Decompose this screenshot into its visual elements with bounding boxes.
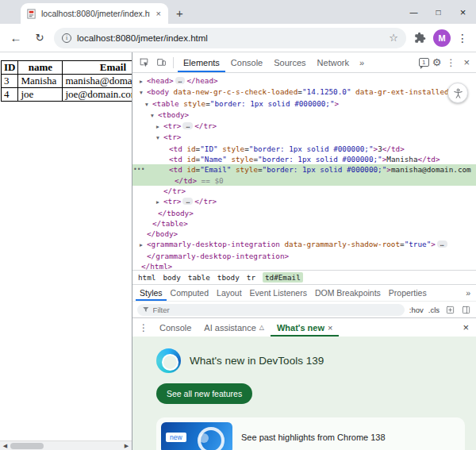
breadcrumb-item[interactable]: tbody	[217, 273, 240, 282]
url-text[interactable]: localhost:8080/jmeter/index.html	[77, 33, 383, 43]
minimize-button[interactable]: —	[401, 0, 426, 24]
dom-tree-line[interactable]: ▾<tbody>	[132, 110, 476, 121]
table-cell: 4	[2, 88, 18, 102]
new-tab-button[interactable]: +	[176, 6, 183, 20]
drawer-tab-console[interactable]: Console	[153, 318, 198, 337]
breadcrumb-item[interactable]: table	[188, 273, 210, 282]
expand-node-icon[interactable]: ▸	[156, 121, 163, 132]
styles-filter-input[interactable]	[153, 306, 400, 314]
dom-tree-line[interactable]: </tbody>	[132, 208, 476, 218]
element-classes-button[interactable]: .cls	[428, 306, 440, 314]
settings-gear-icon[interactable]: ⚙	[432, 56, 442, 68]
scroll-right-icon[interactable]: ▶	[121, 443, 132, 449]
maximize-button[interactable]: □	[426, 0, 451, 24]
dom-tree-lines: ▸<head>…</head>▾<body data-new-gr-c-s-ch…	[132, 75, 476, 270]
address-bar[interactable]: i localhost:8080/jmeter/index.html ☆	[54, 28, 406, 48]
scrollbar-thumb[interactable]	[10, 443, 44, 449]
dom-tree: ▸<head>…</head>▾<body data-new-gr-c-s-ch…	[132, 73, 476, 270]
devtools-tab-elements[interactable]: Elements	[178, 52, 225, 72]
styles-tab-event-listeners[interactable]: Event Listeners	[246, 285, 311, 301]
breadcrumb-item[interactable]: tr	[247, 273, 255, 282]
horizontal-scrollbar[interactable]: ◀ ▶	[0, 440, 132, 450]
dom-tree-line[interactable]: ▾<tr>	[132, 132, 476, 143]
issues-counter[interactable]: 1	[419, 58, 429, 67]
site-info-icon[interactable]: i	[62, 33, 71, 43]
collapse-node-icon[interactable]: ▾	[156, 133, 163, 143]
devtools-tab-console[interactable]: Console	[225, 52, 268, 72]
new-style-rule-icon[interactable]	[444, 304, 455, 315]
scroll-left-icon[interactable]: ◀	[0, 443, 10, 449]
dom-tree-line[interactable]: <td id="ID" style="border: 1px solid #00…	[132, 144, 476, 154]
toggle-element-state-button[interactable]: :hov	[409, 306, 424, 314]
more-sidebar-tabs-icon[interactable]: »	[463, 285, 473, 301]
expand-node-icon[interactable]: ▸	[156, 197, 163, 207]
breadcrumb-item[interactable]: td#Email	[263, 272, 303, 283]
node-more-actions-icon[interactable]: •••	[133, 164, 144, 175]
dom-tree-line[interactable]: ▸<grammarly-desktop-integration data-gra…	[132, 239, 476, 250]
collapse-node-icon[interactable]: ▾	[140, 87, 147, 98]
tab-close-icon[interactable]: ×	[155, 9, 163, 18]
dom-tree-line[interactable]: </grammarly-desktop-integration>	[132, 251, 476, 261]
drawer-tab-ai-assistance[interactable]: AI assistance△	[198, 318, 271, 337]
devtools-menu-icon[interactable]: ⋮	[444, 57, 457, 68]
dom-tree-line[interactable]: ▸<tr>…</tr>	[132, 121, 476, 132]
styles-tab-computed[interactable]: Computed	[167, 285, 213, 301]
window-close-button[interactable]: ×	[451, 0, 475, 24]
drawer-tabs-container: ConsoleAI assistance△What's new×	[153, 318, 339, 337]
styles-tab-styles[interactable]: Styles	[136, 285, 167, 301]
table-cell: joe@domain.com	[63, 88, 132, 102]
devtools-tab-network[interactable]: Network	[312, 52, 355, 72]
devtools-close-icon[interactable]: ×	[460, 56, 473, 68]
dom-tree-line[interactable]: ▸<tr>…</tr>	[132, 196, 476, 207]
table-cell: Manisha	[18, 75, 63, 88]
styles-tab-dom-breakpoints[interactable]: DOM Breakpoints	[311, 285, 385, 301]
see-all-new-features-button[interactable]: See all new features	[156, 383, 252, 404]
highlights-card[interactable]: new See past highlights from Chrome 138	[156, 417, 465, 450]
computed-panel-icon[interactable]	[460, 304, 471, 315]
table-header-cell: Email	[63, 61, 132, 75]
styles-tab-properties[interactable]: Properties	[385, 285, 431, 301]
device-toolbar-icon[interactable]	[153, 55, 169, 71]
breadcrumb-item[interactable]: body	[163, 273, 180, 282]
extensions-icon[interactable]	[411, 29, 428, 47]
profile-avatar[interactable]: M	[433, 29, 451, 47]
styles-filter-bar: :hov .cls	[132, 301, 476, 317]
drawer-tab-what-s-new[interactable]: What's new×	[271, 318, 340, 337]
dom-tree-line[interactable]: ▾<body data-new-gr-c-s-check-loaded="14.…	[132, 87, 476, 98]
dom-tree-line[interactable]: ▾<table style="border: 1px solid #000000…	[132, 98, 476, 110]
expand-node-icon[interactable]: ▸	[140, 240, 147, 250]
dom-tree-line[interactable]: ▸<head>…</head>	[132, 75, 476, 87]
table-cell: joe	[18, 88, 63, 102]
expand-node-icon[interactable]: ▸	[140, 76, 147, 87]
back-button[interactable]: ←	[6, 29, 25, 48]
dom-tree-line[interactable]: •••<td id="Email" style="border: 1px sol…	[132, 164, 476, 175]
browser-tab[interactable]: localhost:8080/jmeter/index.htm ×	[21, 3, 168, 24]
inspect-element-icon[interactable]	[136, 55, 152, 71]
dom-tree-line[interactable]: </tr>	[132, 186, 476, 196]
dom-tree-line[interactable]: <td id="Name" style="border: 1px solid #…	[132, 154, 476, 164]
close-whats-new-tab-icon[interactable]: ×	[328, 323, 332, 333]
devtools-panel-tabs: ElementsConsoleSourcesNetwork	[178, 52, 355, 72]
page-table-header-row: IDnameEmail	[2, 61, 132, 75]
collapse-node-icon[interactable]: ▾	[151, 110, 158, 121]
dom-tree-line[interactable]: </table>	[132, 218, 476, 229]
devtools-panel: ElementsConsoleSourcesNetwork » 1 ⚙ ⋮ × …	[132, 52, 476, 450]
drawer-close-icon[interactable]: ×	[457, 321, 474, 333]
ai-assistance-badge-icon: △	[259, 324, 264, 331]
browser-menu-icon[interactable]: ⋮	[455, 32, 470, 44]
filter-field[interactable]	[137, 304, 405, 316]
dom-tree-line[interactable]: </html>	[132, 261, 476, 270]
reload-button[interactable]: ↻	[30, 29, 49, 48]
filter-funnel-icon	[142, 306, 150, 313]
more-panels-icon[interactable]: »	[356, 58, 367, 67]
breadcrumb-item[interactable]: html	[138, 273, 155, 282]
collapse-node-icon[interactable]: ▾	[145, 99, 152, 110]
accessibility-toggle-button[interactable]	[447, 83, 468, 103]
bookmark-star-icon[interactable]: ☆	[389, 32, 398, 44]
dom-tree-line[interactable]: </body>	[132, 229, 476, 239]
devtools-tab-sources[interactable]: Sources	[268, 52, 311, 72]
dom-tree-line[interactable]: </td> == $0	[132, 175, 476, 186]
tab-title: localhost:8080/jmeter/index.htm	[41, 9, 150, 18]
drawer-menu-icon[interactable]: ⋮	[134, 322, 153, 333]
styles-tab-layout[interactable]: Layout	[213, 285, 246, 301]
